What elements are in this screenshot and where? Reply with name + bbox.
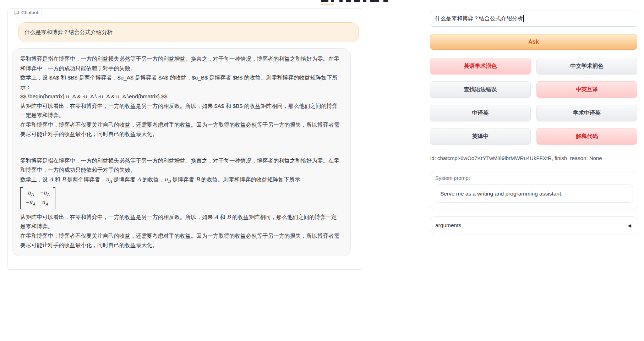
payoff-matrix: uA−uA−uAuA <box>20 187 55 209</box>
status-line: id: chatcmpl-6wOo7KrYTwMl89lbrMWRu4UkFFX… <box>430 155 602 161</box>
user-message-text: 什么是零和博弈？结合公式介绍分析 <box>24 29 113 35</box>
quick-button[interactable]: 中文学术润色 <box>536 58 637 75</box>
chatbot-panel: Chatbot 什么是零和博弈？结合公式介绍分析 零和博弈是指在博弈中，一方的利… <box>7 8 363 270</box>
title-underline-fragment <box>321 4 334 5</box>
quick-button[interactable]: 解释代码 <box>536 128 637 145</box>
quick-button[interactable]: 英语学术润色 <box>430 58 531 75</box>
user-message-bubble: 什么是零和博弈？结合公式介绍分析 <box>18 22 359 42</box>
quick-button[interactable]: 查找语法错误 <box>430 81 531 98</box>
text-caret <box>523 15 524 22</box>
quick-button-grid: 英语学术润色中文学术润色查找语法错误中英互译中译英学术中译英英译中解释代码 <box>430 58 637 145</box>
bot-message-rendered: 零和博弈是指在博弈中，一方的利益损失必然等于另一方的利益增益。换言之，对于每一种… <box>20 156 341 250</box>
ask-button[interactable]: Ask <box>430 34 637 50</box>
arguments-accordion-header[interactable]: arguments ◀ <box>430 216 637 234</box>
chat-bubble-icon <box>14 10 19 15</box>
title-glyph-fragment <box>383 0 388 2</box>
chatbot-label: Chatbot <box>11 8 42 17</box>
arguments-accordion-label: arguments <box>435 222 461 229</box>
quick-button[interactable]: 英译中 <box>430 128 531 145</box>
bot-message-raw: 零和博弈是指在博弈中，一方的利益损失必然等于另一方的利益增益。换言之，对于每一种… <box>20 54 341 139</box>
message-block-gap <box>20 139 341 156</box>
title-glyph-fragment <box>354 0 360 2</box>
title-glyph-fragment <box>370 0 379 2</box>
quick-button[interactable]: 中英互译 <box>536 81 637 98</box>
chatbot-label-text: Chatbot <box>21 10 38 15</box>
title-glyph-fragment <box>346 0 351 2</box>
quick-button[interactable]: 学术中译英 <box>536 105 637 121</box>
system-prompt-value: Serve me as a writing and programming as… <box>440 191 563 197</box>
system-prompt-label: System prompt <box>435 175 470 181</box>
accordion-collapsed-arrow-icon: ◀ <box>628 223 631 228</box>
app-page: Chatbot 什么是零和博弈？结合公式介绍分析 零和博弈是指在博弈中，一方的利… <box>0 0 644 341</box>
question-input[interactable]: 什么是零和博弈？结合公式介绍分析 <box>430 11 637 27</box>
title-glyph-fragment <box>321 0 328 2</box>
title-glyph-fragment <box>331 0 334 2</box>
question-input-value: 什么是零和博弈？结合公式介绍分析 <box>435 15 523 22</box>
quick-button[interactable]: 中译英 <box>430 105 531 121</box>
title-glyph-fragment <box>339 0 343 2</box>
system-prompt-panel: System prompt Serve me as a writing and … <box>430 171 637 210</box>
title-glyph-fragment <box>363 0 366 2</box>
system-prompt-input[interactable]: Serve me as a writing and programming as… <box>435 185 633 203</box>
bot-message-bubble: 零和博弈是指在博弈中，一方的利益损失必然等于另一方的利益增益。换言之，对于每一种… <box>12 48 351 256</box>
